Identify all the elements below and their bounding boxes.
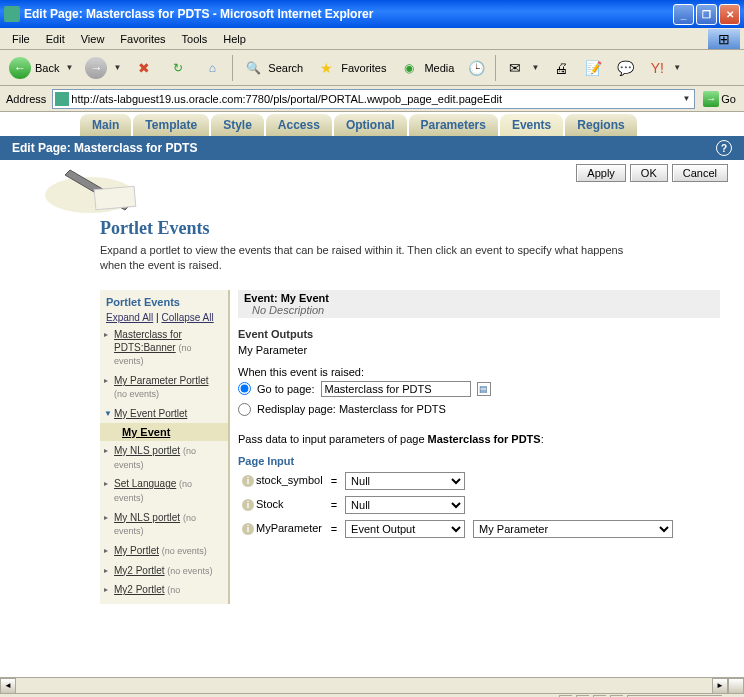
tab-parameters[interactable]: Parameters xyxy=(409,114,498,136)
expand-arrow-icon[interactable]: ▸ xyxy=(104,479,108,489)
event-item[interactable]: My Event xyxy=(100,423,228,441)
portlet-name[interactable]: My2 Portlet xyxy=(114,584,165,595)
scroll-left-button[interactable]: ◄ xyxy=(0,678,16,694)
param-type-select[interactable]: Null xyxy=(345,472,465,490)
header-decoration: Apply OK Cancel xyxy=(0,160,744,210)
expand-arrow-icon[interactable]: ▸ xyxy=(104,446,108,456)
search-button[interactable]: 🔍 Search xyxy=(237,54,308,82)
edit-button[interactable]: 📝 xyxy=(578,54,608,82)
menu-favorites[interactable]: Favorites xyxy=(112,31,173,47)
tab-events[interactable]: Events xyxy=(500,114,563,136)
param-type-select[interactable]: Event Output xyxy=(345,520,465,538)
apply-button[interactable]: Apply xyxy=(576,164,626,182)
toolbar-separator xyxy=(495,55,496,81)
minimize-button[interactable]: _ xyxy=(673,4,694,25)
discuss-icon: 💬 xyxy=(615,58,635,78)
menu-tools[interactable]: Tools xyxy=(174,31,216,47)
star-icon: ★ xyxy=(315,57,337,79)
menu-edit[interactable]: Edit xyxy=(38,31,73,47)
info-icon[interactable]: i xyxy=(242,523,254,535)
param-table: istock_symbol=NulliStock=NulliMyParamete… xyxy=(238,469,677,541)
tab-template[interactable]: Template xyxy=(133,114,209,136)
menu-view[interactable]: View xyxy=(73,31,113,47)
tab-optional[interactable]: Optional xyxy=(334,114,407,136)
param-row: iMyParameter=Event OutputMy Parameter xyxy=(238,517,677,541)
param-value-select[interactable]: My Parameter xyxy=(473,520,673,538)
home-button[interactable]: ⌂ xyxy=(196,54,228,82)
browse-page-icon[interactable]: ▤ xyxy=(477,382,491,396)
portlet-item[interactable]: ▼My Event Portlet xyxy=(100,404,228,423)
expand-all-link[interactable]: Expand All xyxy=(106,312,153,323)
expand-arrow-icon[interactable]: ▸ xyxy=(104,566,108,576)
ok-button[interactable]: OK xyxy=(630,164,668,182)
portlet-item[interactable]: ▸Masterclass for PDTS:Banner (no events) xyxy=(100,325,228,371)
portlet-item[interactable]: ▸My NLS portlet (no events) xyxy=(100,441,228,474)
address-input[interactable] xyxy=(71,93,680,105)
svg-rect-1 xyxy=(94,186,136,209)
tab-main[interactable]: Main xyxy=(80,114,131,136)
maximize-button[interactable]: ❐ xyxy=(696,4,717,25)
messenger-button[interactable]: Y!▼ xyxy=(642,54,686,82)
redisplay-radio[interactable] xyxy=(238,403,251,416)
menu-help[interactable]: Help xyxy=(215,31,254,47)
collapse-all-link[interactable]: Collapse All xyxy=(161,312,213,323)
portlet-item[interactable]: ▸My2 Portlet (no xyxy=(100,580,228,600)
portlet-name[interactable]: Set Language xyxy=(114,478,176,489)
portlet-item[interactable]: ▸My NLS portlet (no events) xyxy=(100,508,228,541)
info-icon[interactable]: i xyxy=(242,475,254,487)
page-input-heading: Page Input xyxy=(238,447,720,469)
close-button[interactable]: ✕ xyxy=(719,4,740,25)
goto-page-input[interactable] xyxy=(321,381,471,397)
portlet-item[interactable]: ▸Set Language (no events) xyxy=(100,474,228,507)
go-icon: → xyxy=(703,91,719,107)
portlet-name[interactable]: My Portlet xyxy=(114,545,159,556)
expand-arrow-icon[interactable]: ▸ xyxy=(104,585,108,595)
discuss-button[interactable]: 💬 xyxy=(610,54,640,82)
goto-page-radio[interactable] xyxy=(238,382,251,395)
raised-heading: When this event is raised: xyxy=(238,366,720,378)
portlet-name[interactable]: My NLS portlet xyxy=(114,445,180,456)
forward-button[interactable]: → ▼ xyxy=(80,54,126,82)
cancel-button[interactable]: Cancel xyxy=(672,164,728,182)
menu-file[interactable]: File xyxy=(4,31,38,47)
media-button[interactable]: ◉ Media xyxy=(393,54,459,82)
mail-button[interactable]: ✉▼ xyxy=(500,54,544,82)
back-button[interactable]: ← Back ▼ xyxy=(4,54,78,82)
portlet-name[interactable]: My2 Portlet xyxy=(114,565,165,576)
ie-icon xyxy=(4,6,20,22)
portlet-name[interactable]: My Parameter Portlet xyxy=(114,375,208,386)
portlet-name[interactable]: My NLS portlet xyxy=(114,512,180,523)
go-button[interactable]: → Go xyxy=(699,89,740,109)
refresh-button[interactable]: ↻ xyxy=(162,54,194,82)
address-dropdown[interactable]: ▼ xyxy=(680,94,692,103)
pen-decoration-icon xyxy=(40,150,190,220)
favorites-button[interactable]: ★ Favorites xyxy=(310,54,391,82)
tab-regions[interactable]: Regions xyxy=(565,114,636,136)
expand-arrow-icon[interactable]: ▸ xyxy=(104,546,108,556)
expand-arrow-icon[interactable]: ▸ xyxy=(104,330,108,340)
info-icon[interactable]: i xyxy=(242,499,254,511)
portlet-item[interactable]: ▸My Portlet (no events) xyxy=(100,541,228,561)
expand-arrow-icon[interactable]: ▼ xyxy=(104,409,112,419)
tab-style[interactable]: Style xyxy=(211,114,264,136)
param-name: MyParameter xyxy=(256,522,322,534)
scroll-right-button[interactable]: ► xyxy=(712,678,728,694)
horizontal-scrollbar[interactable]: ◄ ► xyxy=(0,677,744,693)
scroll-track[interactable] xyxy=(16,678,712,694)
expand-arrow-icon[interactable]: ▸ xyxy=(104,513,108,523)
print-button[interactable]: 🖨 xyxy=(546,54,576,82)
expand-arrow-icon[interactable]: ▸ xyxy=(104,376,108,386)
portlet-item[interactable]: ▸My Parameter Portlet (no events) xyxy=(100,371,228,404)
param-type-select[interactable]: Null xyxy=(345,496,465,514)
stop-button[interactable]: ✖ xyxy=(128,54,160,82)
favicon xyxy=(55,92,69,106)
history-button[interactable]: 🕒 xyxy=(461,54,491,82)
portlet-name[interactable]: Masterclass for PDTS:Banner xyxy=(114,329,182,353)
outputs-heading: Event Outputs xyxy=(238,320,720,342)
tab-access[interactable]: Access xyxy=(266,114,332,136)
portlet-item[interactable]: ▸My2 Portlet (no events) xyxy=(100,561,228,581)
help-icon[interactable]: ? xyxy=(716,140,732,156)
portlet-name[interactable]: My Event Portlet xyxy=(114,408,187,419)
search-label: Search xyxy=(268,62,303,74)
address-bar: Address ▼ → Go xyxy=(0,86,744,112)
